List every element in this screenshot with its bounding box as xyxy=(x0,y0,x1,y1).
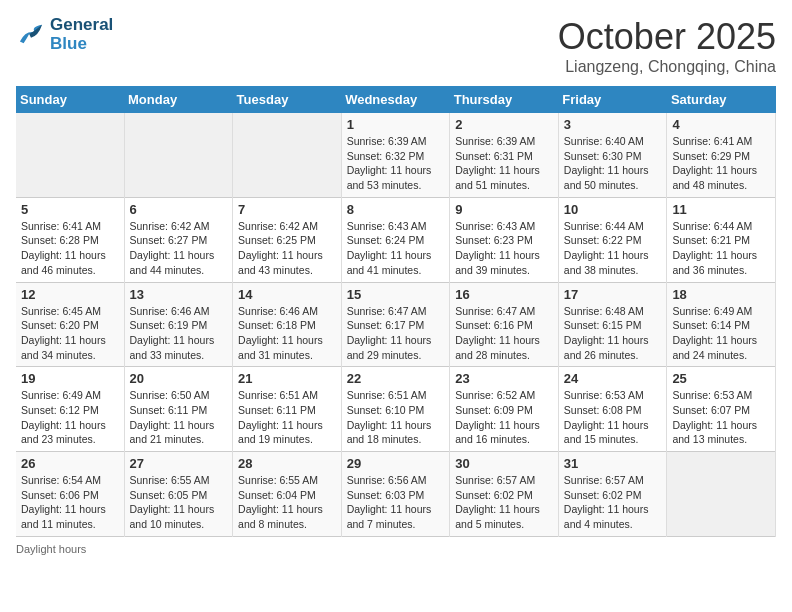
day-number: 7 xyxy=(238,202,336,217)
calendar-cell: 22Sunrise: 6:51 AMSunset: 6:10 PMDayligh… xyxy=(341,367,450,452)
day-number: 19 xyxy=(21,371,119,386)
calendar-cell: 21Sunrise: 6:51 AMSunset: 6:11 PMDayligh… xyxy=(233,367,342,452)
header-day-wednesday: Wednesday xyxy=(341,86,450,113)
day-info: Sunrise: 6:47 AMSunset: 6:17 PMDaylight:… xyxy=(347,304,445,363)
day-info: Sunrise: 6:40 AMSunset: 6:30 PMDaylight:… xyxy=(564,134,662,193)
calendar-cell xyxy=(16,113,124,197)
day-info: Sunrise: 6:49 AMSunset: 6:14 PMDaylight:… xyxy=(672,304,770,363)
header-day-monday: Monday xyxy=(124,86,233,113)
calendar-cell: 13Sunrise: 6:46 AMSunset: 6:19 PMDayligh… xyxy=(124,282,233,367)
calendar-cell: 19Sunrise: 6:49 AMSunset: 6:12 PMDayligh… xyxy=(16,367,124,452)
day-number: 1 xyxy=(347,117,445,132)
day-number: 16 xyxy=(455,287,553,302)
header-day-thursday: Thursday xyxy=(450,86,559,113)
day-info: Sunrise: 6:51 AMSunset: 6:10 PMDaylight:… xyxy=(347,388,445,447)
calendar-cell: 17Sunrise: 6:48 AMSunset: 6:15 PMDayligh… xyxy=(558,282,667,367)
day-number: 3 xyxy=(564,117,662,132)
day-number: 25 xyxy=(672,371,770,386)
day-info: Sunrise: 6:50 AMSunset: 6:11 PMDaylight:… xyxy=(130,388,228,447)
calendar-cell: 1Sunrise: 6:39 AMSunset: 6:32 PMDaylight… xyxy=(341,113,450,197)
calendar-cell: 14Sunrise: 6:46 AMSunset: 6:18 PMDayligh… xyxy=(233,282,342,367)
page-header: General Blue October 2025 Liangzeng, Cho… xyxy=(16,16,776,76)
day-number: 28 xyxy=(238,456,336,471)
day-number: 10 xyxy=(564,202,662,217)
calendar-cell: 9Sunrise: 6:43 AMSunset: 6:23 PMDaylight… xyxy=(450,197,559,282)
week-row-4: 19Sunrise: 6:49 AMSunset: 6:12 PMDayligh… xyxy=(16,367,776,452)
day-number: 27 xyxy=(130,456,228,471)
calendar-cell: 28Sunrise: 6:55 AMSunset: 6:04 PMDayligh… xyxy=(233,452,342,537)
day-number: 31 xyxy=(564,456,662,471)
day-info: Sunrise: 6:41 AMSunset: 6:29 PMDaylight:… xyxy=(672,134,770,193)
calendar-cell: 6Sunrise: 6:42 AMSunset: 6:27 PMDaylight… xyxy=(124,197,233,282)
day-number: 21 xyxy=(238,371,336,386)
logo-text: General Blue xyxy=(50,16,113,53)
location: Liangzeng, Chongqing, China xyxy=(558,58,776,76)
week-row-2: 5Sunrise: 6:41 AMSunset: 6:28 PMDaylight… xyxy=(16,197,776,282)
day-info: Sunrise: 6:52 AMSunset: 6:09 PMDaylight:… xyxy=(455,388,553,447)
day-number: 18 xyxy=(672,287,770,302)
day-info: Sunrise: 6:42 AMSunset: 6:25 PMDaylight:… xyxy=(238,219,336,278)
day-info: Sunrise: 6:47 AMSunset: 6:16 PMDaylight:… xyxy=(455,304,553,363)
week-row-1: 1Sunrise: 6:39 AMSunset: 6:32 PMDaylight… xyxy=(16,113,776,197)
footer: Daylight hours xyxy=(16,543,776,555)
calendar-cell: 3Sunrise: 6:40 AMSunset: 6:30 PMDaylight… xyxy=(558,113,667,197)
title-section: October 2025 Liangzeng, Chongqing, China xyxy=(558,16,776,76)
day-number: 13 xyxy=(130,287,228,302)
day-info: Sunrise: 6:54 AMSunset: 6:06 PMDaylight:… xyxy=(21,473,119,532)
day-number: 8 xyxy=(347,202,445,217)
calendar-cell: 5Sunrise: 6:41 AMSunset: 6:28 PMDaylight… xyxy=(16,197,124,282)
day-info: Sunrise: 6:44 AMSunset: 6:21 PMDaylight:… xyxy=(672,219,770,278)
day-info: Sunrise: 6:48 AMSunset: 6:15 PMDaylight:… xyxy=(564,304,662,363)
header-day-sunday: Sunday xyxy=(16,86,124,113)
day-info: Sunrise: 6:51 AMSunset: 6:11 PMDaylight:… xyxy=(238,388,336,447)
header-day-saturday: Saturday xyxy=(667,86,776,113)
day-info: Sunrise: 6:45 AMSunset: 6:20 PMDaylight:… xyxy=(21,304,119,363)
month-title: October 2025 xyxy=(558,16,776,58)
day-number: 17 xyxy=(564,287,662,302)
calendar-cell: 26Sunrise: 6:54 AMSunset: 6:06 PMDayligh… xyxy=(16,452,124,537)
day-number: 30 xyxy=(455,456,553,471)
logo: General Blue xyxy=(16,16,113,53)
week-row-3: 12Sunrise: 6:45 AMSunset: 6:20 PMDayligh… xyxy=(16,282,776,367)
day-number: 2 xyxy=(455,117,553,132)
day-number: 15 xyxy=(347,287,445,302)
day-info: Sunrise: 6:55 AMSunset: 6:05 PMDaylight:… xyxy=(130,473,228,532)
header-day-tuesday: Tuesday xyxy=(233,86,342,113)
day-number: 23 xyxy=(455,371,553,386)
calendar-cell: 30Sunrise: 6:57 AMSunset: 6:02 PMDayligh… xyxy=(450,452,559,537)
day-number: 9 xyxy=(455,202,553,217)
day-number: 26 xyxy=(21,456,119,471)
day-info: Sunrise: 6:57 AMSunset: 6:02 PMDaylight:… xyxy=(455,473,553,532)
calendar-cell: 27Sunrise: 6:55 AMSunset: 6:05 PMDayligh… xyxy=(124,452,233,537)
day-number: 4 xyxy=(672,117,770,132)
day-info: Sunrise: 6:39 AMSunset: 6:31 PMDaylight:… xyxy=(455,134,553,193)
day-info: Sunrise: 6:41 AMSunset: 6:28 PMDaylight:… xyxy=(21,219,119,278)
day-info: Sunrise: 6:55 AMSunset: 6:04 PMDaylight:… xyxy=(238,473,336,532)
calendar-cell: 4Sunrise: 6:41 AMSunset: 6:29 PMDaylight… xyxy=(667,113,776,197)
calendar-cell: 15Sunrise: 6:47 AMSunset: 6:17 PMDayligh… xyxy=(341,282,450,367)
day-info: Sunrise: 6:53 AMSunset: 6:08 PMDaylight:… xyxy=(564,388,662,447)
calendar-cell: 7Sunrise: 6:42 AMSunset: 6:25 PMDaylight… xyxy=(233,197,342,282)
calendar-cell: 31Sunrise: 6:57 AMSunset: 6:02 PMDayligh… xyxy=(558,452,667,537)
calendar-cell: 2Sunrise: 6:39 AMSunset: 6:31 PMDaylight… xyxy=(450,113,559,197)
calendar-cell: 20Sunrise: 6:50 AMSunset: 6:11 PMDayligh… xyxy=(124,367,233,452)
day-number: 24 xyxy=(564,371,662,386)
day-number: 5 xyxy=(21,202,119,217)
calendar-cell: 29Sunrise: 6:56 AMSunset: 6:03 PMDayligh… xyxy=(341,452,450,537)
calendar-cell xyxy=(667,452,776,537)
day-number: 12 xyxy=(21,287,119,302)
day-info: Sunrise: 6:43 AMSunset: 6:23 PMDaylight:… xyxy=(455,219,553,278)
header-row: SundayMondayTuesdayWednesdayThursdayFrid… xyxy=(16,86,776,113)
day-info: Sunrise: 6:43 AMSunset: 6:24 PMDaylight:… xyxy=(347,219,445,278)
day-info: Sunrise: 6:56 AMSunset: 6:03 PMDaylight:… xyxy=(347,473,445,532)
day-number: 20 xyxy=(130,371,228,386)
calendar-cell: 18Sunrise: 6:49 AMSunset: 6:14 PMDayligh… xyxy=(667,282,776,367)
week-row-5: 26Sunrise: 6:54 AMSunset: 6:06 PMDayligh… xyxy=(16,452,776,537)
daylight-label: Daylight hours xyxy=(16,543,86,555)
day-info: Sunrise: 6:53 AMSunset: 6:07 PMDaylight:… xyxy=(672,388,770,447)
day-number: 6 xyxy=(130,202,228,217)
calendar-cell: 24Sunrise: 6:53 AMSunset: 6:08 PMDayligh… xyxy=(558,367,667,452)
calendar-cell: 11Sunrise: 6:44 AMSunset: 6:21 PMDayligh… xyxy=(667,197,776,282)
day-info: Sunrise: 6:49 AMSunset: 6:12 PMDaylight:… xyxy=(21,388,119,447)
calendar-cell: 25Sunrise: 6:53 AMSunset: 6:07 PMDayligh… xyxy=(667,367,776,452)
